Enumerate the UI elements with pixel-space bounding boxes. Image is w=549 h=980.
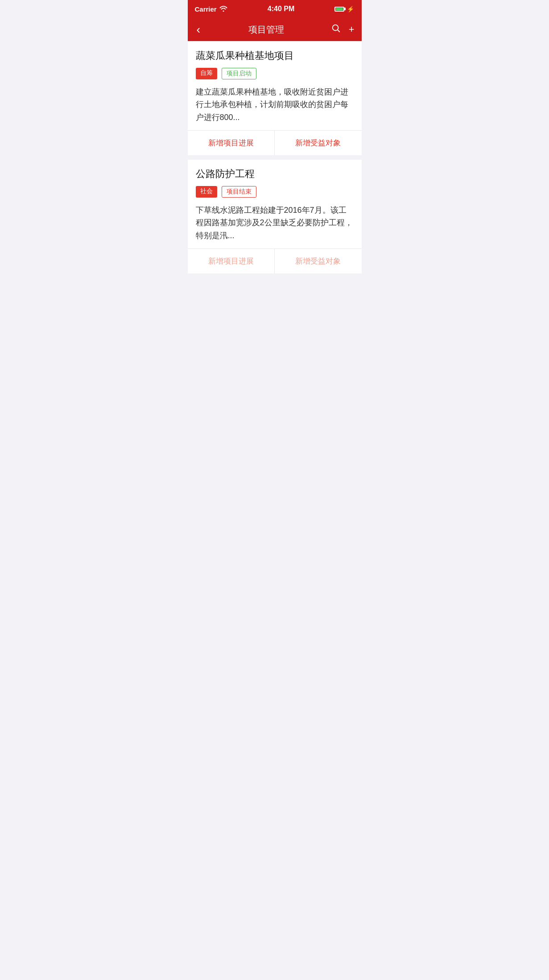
status-left: Carrier [195,5,227,13]
project-title-2: 公路防护工程 [196,168,354,181]
add-progress-button-2[interactable]: 新增项目进展 [188,249,275,273]
project-description-2: 下草线水泥路工程始建于2016年7月。该工程因路基加宽涉及2公里缺乏必要防护工程… [196,204,354,242]
charging-icon: ⚡ [347,6,354,12]
project-tags-1: 自筹 项目启动 [196,68,354,79]
project-body-1: 蔬菜瓜果种植基地项目 自筹 项目启动 建立蔬菜瓜果种植基地，吸收附近贫困户进行土… [188,41,362,130]
add-beneficiary-button-1[interactable]: 新增受益对象 [275,131,362,155]
project-body-2: 公路防护工程 社会 项目结束 下草线水泥路工程始建于2016年7月。该工程因路基… [188,160,362,248]
project-card: 蔬菜瓜果种植基地项目 自筹 项目启动 建立蔬菜瓜果种植基地，吸收附近贫困户进行土… [188,41,362,155]
project-actions-1: 新增项目进展 新增受益对象 [188,130,362,155]
back-button[interactable]: ‹ [195,23,202,37]
nav-bar: ‹ 项目管理 + [188,18,362,41]
tag-shehui: 社会 [196,186,217,198]
tag-status-end: 项目结束 [222,186,256,198]
project-title: 蔬菜瓜果种植基地项目 [196,50,354,62]
add-progress-button-1[interactable]: 新增项目进展 [188,131,275,155]
status-bar: Carrier 4:40 PM ⚡ [188,0,362,18]
project-tags-2: 社会 项目结束 [196,186,354,198]
carrier-label: Carrier [195,5,217,13]
wifi-icon [219,5,227,13]
tag-status-start: 项目启动 [222,68,256,79]
tag-zichou: 自筹 [196,68,217,79]
status-right: ⚡ [334,6,354,12]
battery-icon [334,7,345,12]
nav-actions: + [331,23,355,36]
project-actions-2: 新增项目进展 新增受益对象 [188,248,362,273]
add-beneficiary-button-2[interactable]: 新增受益对象 [275,249,362,273]
search-button[interactable] [331,23,341,36]
content-area: 蔬菜瓜果种植基地项目 自筹 项目启动 建立蔬菜瓜果种植基地，吸收附近贫困户进行土… [188,41,362,273]
add-button[interactable]: + [349,24,355,35]
svg-line-1 [338,30,339,32]
status-time: 4:40 PM [268,5,294,13]
project-description: 建立蔬菜瓜果种植基地，吸收附近贫困户进行土地承包种植，计划前期吸收的贫困户每户进… [196,86,354,124]
project-card-2: 公路防护工程 社会 项目结束 下草线水泥路工程始建于2016年7月。该工程因路基… [188,160,362,273]
page-title: 项目管理 [248,24,284,36]
